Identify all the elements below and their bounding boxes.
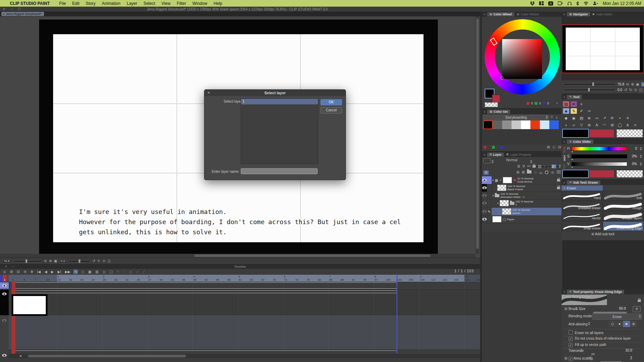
expand-icon[interactable]: ⊞: [564, 356, 567, 360]
eraser-icon[interactable]: ◈: [563, 108, 569, 114]
layer-edit-cell[interactable]: [487, 184, 492, 192]
sub-tool-hard[interactable]: Hard: [562, 191, 602, 201]
track1-eye-cell[interactable]: [0, 282, 9, 289]
tab-color-slider[interactable]: ≊Color Slider: [567, 140, 593, 144]
slider-bar-h[interactable]: [571, 147, 627, 151]
slider-bar-v[interactable]: [571, 162, 627, 166]
paper-clip-outline[interactable]: [12, 350, 397, 354]
tab-color-set[interactable]: ▦Color Set: [487, 110, 510, 114]
layer-eye-cell[interactable]: [482, 176, 487, 184]
bluetooth-icon[interactable]: [576, 1, 579, 6]
nav-100-icon[interactable]: ◉: [636, 82, 639, 86]
color-swatch[interactable]: [483, 120, 493, 129]
parallelogram-icon[interactable]: ▱: [135, 269, 139, 274]
tab-layer[interactable]: ⧉Layer: [487, 153, 504, 157]
sub-color-swatch[interactable]: [492, 95, 500, 103]
track2-eye-cell[interactable]: [0, 290, 9, 315]
menu-select[interactable]: Select: [144, 1, 155, 6]
nav-rotate-cw-icon[interactable]: ↻: [629, 88, 632, 92]
slider-marker-icon[interactable]: ▲: [571, 150, 573, 153]
aa-middle-icon[interactable]: ●: [623, 321, 630, 327]
onion-color-icon[interactable]: ◎: [128, 269, 133, 274]
layer-eye-cell[interactable]: [482, 184, 487, 192]
ruler-icon[interactable]: ▽: [578, 122, 585, 128]
tab-tool[interactable]: ✎Tool: [567, 95, 582, 99]
slider-sub-color[interactable]: [589, 170, 614, 177]
batch-cel-icon[interactable]: ▧: [102, 269, 106, 274]
playhead-bar[interactable]: [12, 282, 15, 354]
lock-alpha-icon[interactable]: ▨: [538, 164, 541, 168]
timeline-scrollbar[interactable]: ◀: [9, 354, 480, 358]
layer-row-content[interactable]: 100 % NormalBlack Frame: [492, 184, 562, 192]
ok-button[interactable]: OK: [320, 99, 342, 105]
layer-list-box[interactable]: 1: [241, 98, 318, 164]
edit-color-set-icon[interactable]: ⚿: [550, 115, 553, 119]
timeline-window-controls[interactable]: ✕ ─: [5, 265, 16, 269]
liquify-icon[interactable]: ◠: [601, 122, 608, 128]
dropbox-icon[interactable]: [530, 1, 535, 6]
slider-stepper[interactable]: [639, 147, 642, 150]
nav-reset-rotate-icon[interactable]: ⊙: [634, 88, 637, 92]
expand-chevron-icon[interactable]: ▾: [492, 179, 494, 182]
link-icon[interactable]: ⚯: [527, 164, 530, 168]
color-swatch[interactable]: [521, 120, 530, 129]
timeline-tracks[interactable]: [9, 282, 480, 354]
cel-settings-icon[interactable]: ⊟: [16, 269, 20, 274]
layer-row[interactable]: ▢Paper: [482, 215, 562, 223]
layer-color-stepper[interactable]: [558, 164, 561, 168]
aa-strong-icon[interactable]: ●: [630, 321, 637, 327]
panel-menu-icon[interactable]: ≡: [563, 140, 565, 143]
new-timeline-icon[interactable]: ▣: [2, 269, 7, 274]
aa-none-icon[interactable]: ◇: [609, 321, 616, 327]
stepper-icon[interactable]: ↕: [123, 269, 126, 274]
track4-eye-icon[interactable]: [2, 354, 7, 357]
next-frame-icon[interactable]: ▶|: [57, 269, 62, 274]
new-vector-layer-icon[interactable]: ⊠: [522, 170, 525, 174]
layer-edit-cell[interactable]: ✎: [487, 208, 492, 215]
timeline-track-animation[interactable]: [9, 315, 480, 350]
line-icon[interactable]: ╱: [142, 269, 145, 274]
blending-dropdown[interactable]: Erase: [592, 313, 642, 320]
go-end-icon[interactable]: ▶▶: [64, 269, 71, 274]
aa-stepper[interactable]: [588, 322, 590, 325]
eyedropper-icon[interactable]: ↗: [601, 115, 608, 121]
layer-thumbnail[interactable]: [492, 216, 501, 222]
blackframe-clip-outline[interactable]: [12, 290, 397, 293]
layer-eye-icon[interactable]: [482, 218, 487, 221]
menu-filter[interactable]: Filter: [177, 1, 186, 6]
move-icon[interactable]: +: [617, 115, 623, 121]
mode-hsv[interactable]: HSV: [563, 155, 566, 161]
layer-mask-icon[interactable]: ●: [545, 170, 549, 174]
layer-edit-cell[interactable]: [487, 215, 492, 223]
nav-rotate-ccw-icon[interactable]: ↺: [624, 88, 627, 92]
color-swatch[interactable]: [549, 120, 559, 129]
saturation-value-square[interactable]: [502, 39, 542, 79]
nav-fit-icon[interactable]: ⧈: [641, 82, 644, 87]
mask-frame-icon[interactable]: ▣: [551, 170, 554, 174]
flip-horizontal-icon[interactable]: ◫: [107, 259, 110, 263]
color-options-icon[interactable]: ◔: [555, 101, 558, 105]
tab-navigator[interactable]: ▣Navigator: [567, 12, 590, 16]
menu-file[interactable]: File: [59, 1, 66, 6]
sub-tool-soft[interactable]: Soft: [603, 191, 644, 201]
layer-row-content[interactable]: 100 % Normalsketch: [492, 208, 562, 215]
navigator-zoom-slider[interactable]: [563, 83, 616, 86]
ruler-layer-icon[interactable]: ⟟: [548, 164, 549, 168]
sub-tool-multiple-layers[interactable]: Multiple layers: [603, 211, 644, 221]
chip-icon[interactable]: [500, 146, 503, 149]
brush-size-stepper[interactable]: [575, 307, 578, 310]
tolerance-value[interactable]: 10.0: [625, 348, 632, 352]
menu-window[interactable]: Window: [193, 1, 208, 6]
tab-tool-property[interactable]: ✐Tool property: Erase Along Edge: [567, 290, 624, 294]
mode-cm[interactable]: CM: [563, 164, 566, 168]
rotate-value-box[interactable]: 0.0: [59, 259, 67, 264]
layer-eye-cell[interactable]: [482, 208, 487, 215]
slider-stepper[interactable]: [639, 162, 642, 166]
zoom-in-icon[interactable]: ⊕: [49, 259, 52, 263]
nav-flip-h-icon[interactable]: ◫: [639, 88, 643, 92]
select-icon[interactable]: ▭: [594, 115, 600, 121]
layer-eye-icon[interactable]: [482, 179, 487, 182]
zoom-value-box[interactable]: 76.8: [2, 259, 11, 264]
app-name[interactable]: CLIP STUDIO PAINT: [10, 1, 50, 6]
eraser-kneaded-icon[interactable]: ▨: [563, 101, 569, 107]
